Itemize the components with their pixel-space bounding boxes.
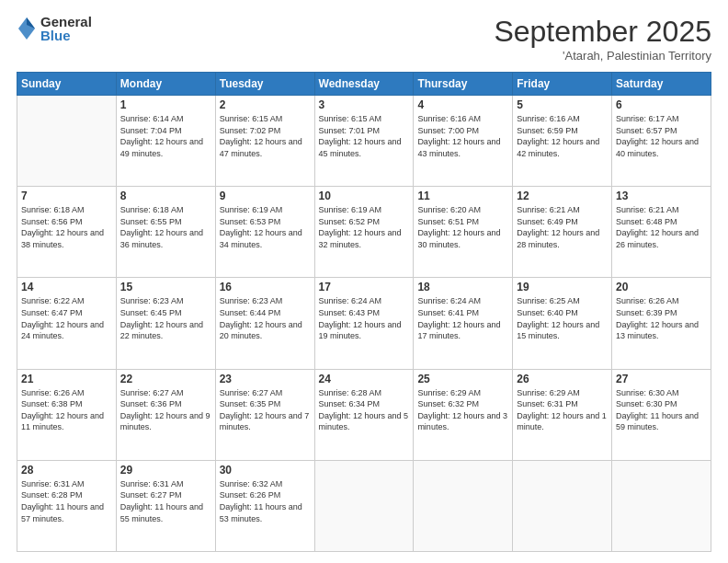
day-number: 5 <box>517 98 608 111</box>
day-info: Sunrise: 6:27 AMSunset: 6:35 PMDaylight:… <box>220 387 311 433</box>
logo-text: General Blue <box>40 15 92 42</box>
day-number: 18 <box>417 281 508 293</box>
calendar-cell: 22Sunrise: 6:27 AMSunset: 6:36 PMDayligh… <box>116 369 215 460</box>
calendar-header-row: SundayMondayTuesdayWednesdayThursdayFrid… <box>17 73 711 96</box>
day-number: 29 <box>120 464 211 477</box>
day-number: 16 <box>220 281 311 293</box>
day-info: Sunrise: 6:25 AMSunset: 6:40 PMDaylight:… <box>517 295 608 341</box>
calendar-header-monday: Monday <box>116 73 215 96</box>
logo: General Blue <box>17 15 92 42</box>
day-info: Sunrise: 6:19 AMSunset: 6:53 PMDaylight:… <box>220 204 311 250</box>
day-number: 28 <box>21 464 112 477</box>
calendar-cell: 25Sunrise: 6:29 AMSunset: 6:32 PMDayligh… <box>414 369 513 460</box>
calendar-cell: 12Sunrise: 6:21 AMSunset: 6:49 PMDayligh… <box>513 187 612 278</box>
calendar-cell: 26Sunrise: 6:29 AMSunset: 6:31 PMDayligh… <box>513 369 612 460</box>
calendar-cell: 14Sunrise: 6:22 AMSunset: 6:47 PMDayligh… <box>17 278 117 369</box>
calendar-cell: 9Sunrise: 6:19 AMSunset: 6:53 PMDaylight… <box>215 187 314 278</box>
day-number: 12 <box>517 190 608 202</box>
day-number: 22 <box>120 373 211 385</box>
calendar-header-thursday: Thursday <box>414 73 513 96</box>
day-number: 23 <box>220 373 311 385</box>
day-number: 19 <box>517 281 608 293</box>
day-info: Sunrise: 6:29 AMSunset: 6:31 PMDaylight:… <box>517 387 608 433</box>
day-number: 4 <box>417 98 508 111</box>
calendar-cell: 6Sunrise: 6:17 AMSunset: 6:57 PMDaylight… <box>612 96 711 187</box>
day-info: Sunrise: 6:23 AMSunset: 6:44 PMDaylight:… <box>220 295 311 341</box>
calendar-header-sunday: Sunday <box>17 73 117 96</box>
day-number: 17 <box>319 281 410 293</box>
day-info: Sunrise: 6:15 AMSunset: 7:02 PMDaylight:… <box>220 113 311 159</box>
calendar-cell <box>314 460 414 551</box>
day-info: Sunrise: 6:24 AMSunset: 6:43 PMDaylight:… <box>319 295 410 341</box>
calendar-cell: 1Sunrise: 6:14 AMSunset: 7:04 PMDaylight… <box>116 96 215 187</box>
day-info: Sunrise: 6:21 AMSunset: 6:48 PMDaylight:… <box>616 204 707 250</box>
calendar-cell: 15Sunrise: 6:23 AMSunset: 6:45 PMDayligh… <box>116 278 215 369</box>
calendar-cell: 16Sunrise: 6:23 AMSunset: 6:44 PMDayligh… <box>215 278 314 369</box>
calendar-cell: 27Sunrise: 6:30 AMSunset: 6:30 PMDayligh… <box>612 369 711 460</box>
day-number: 7 <box>21 190 112 202</box>
calendar-cell: 20Sunrise: 6:26 AMSunset: 6:39 PMDayligh… <box>612 278 711 369</box>
month-title: September 2025 <box>494 15 711 49</box>
day-number: 8 <box>120 190 211 202</box>
day-info: Sunrise: 6:16 AMSunset: 7:00 PMDaylight:… <box>417 113 508 159</box>
calendar-cell: 19Sunrise: 6:25 AMSunset: 6:40 PMDayligh… <box>513 278 612 369</box>
day-number: 6 <box>616 98 707 111</box>
day-info: Sunrise: 6:23 AMSunset: 6:45 PMDaylight:… <box>120 295 211 341</box>
day-number: 10 <box>319 190 410 202</box>
calendar-cell: 13Sunrise: 6:21 AMSunset: 6:48 PMDayligh… <box>612 187 711 278</box>
calendar-cell: 24Sunrise: 6:28 AMSunset: 6:34 PMDayligh… <box>314 369 414 460</box>
day-info: Sunrise: 6:19 AMSunset: 6:52 PMDaylight:… <box>319 204 410 250</box>
day-info: Sunrise: 6:26 AMSunset: 6:39 PMDaylight:… <box>616 295 707 341</box>
calendar-cell: 3Sunrise: 6:15 AMSunset: 7:01 PMDaylight… <box>314 96 414 187</box>
day-info: Sunrise: 6:31 AMSunset: 6:28 PMDaylight:… <box>21 478 112 524</box>
calendar-cell: 10Sunrise: 6:19 AMSunset: 6:52 PMDayligh… <box>314 187 414 278</box>
calendar-cell: 18Sunrise: 6:24 AMSunset: 6:41 PMDayligh… <box>414 278 513 369</box>
location: 'Atarah, Palestinian Territory <box>494 49 711 63</box>
day-info: Sunrise: 6:26 AMSunset: 6:38 PMDaylight:… <box>21 387 112 433</box>
calendar-week-row: 1Sunrise: 6:14 AMSunset: 7:04 PMDaylight… <box>17 96 711 187</box>
day-info: Sunrise: 6:14 AMSunset: 7:04 PMDaylight:… <box>120 113 211 159</box>
day-info: Sunrise: 6:18 AMSunset: 6:55 PMDaylight:… <box>120 204 211 250</box>
day-number: 30 <box>220 464 311 477</box>
calendar-week-row: 28Sunrise: 6:31 AMSunset: 6:28 PMDayligh… <box>17 460 711 551</box>
day-number: 26 <box>517 373 608 385</box>
calendar-week-row: 21Sunrise: 6:26 AMSunset: 6:38 PMDayligh… <box>17 369 711 460</box>
day-info: Sunrise: 6:16 AMSunset: 6:59 PMDaylight:… <box>517 113 608 159</box>
day-info: Sunrise: 6:21 AMSunset: 6:49 PMDaylight:… <box>517 204 608 250</box>
calendar-week-row: 14Sunrise: 6:22 AMSunset: 6:47 PMDayligh… <box>17 278 711 369</box>
day-number: 9 <box>220 190 311 202</box>
logo-blue-text: Blue <box>40 29 92 42</box>
calendar-header-saturday: Saturday <box>612 73 711 96</box>
day-info: Sunrise: 6:18 AMSunset: 6:56 PMDaylight:… <box>21 204 112 250</box>
day-number: 13 <box>616 190 707 202</box>
day-number: 25 <box>417 373 508 385</box>
day-number: 3 <box>319 98 410 111</box>
day-info: Sunrise: 6:22 AMSunset: 6:47 PMDaylight:… <box>21 295 112 341</box>
calendar-cell <box>414 460 513 551</box>
page: General Blue September 2025 'Atarah, Pal… <box>0 0 728 563</box>
day-number: 20 <box>616 281 707 293</box>
day-info: Sunrise: 6:15 AMSunset: 7:01 PMDaylight:… <box>319 113 410 159</box>
calendar-cell: 2Sunrise: 6:15 AMSunset: 7:02 PMDaylight… <box>215 96 314 187</box>
day-info: Sunrise: 6:30 AMSunset: 6:30 PMDaylight:… <box>616 387 707 433</box>
day-number: 21 <box>21 373 112 385</box>
header: General Blue September 2025 'Atarah, Pal… <box>17 15 711 63</box>
calendar-header-friday: Friday <box>513 73 612 96</box>
calendar-cell: 29Sunrise: 6:31 AMSunset: 6:27 PMDayligh… <box>116 460 215 551</box>
day-info: Sunrise: 6:27 AMSunset: 6:36 PMDaylight:… <box>120 387 211 433</box>
day-number: 14 <box>21 281 112 293</box>
day-info: Sunrise: 6:20 AMSunset: 6:51 PMDaylight:… <box>417 204 508 250</box>
calendar-table: SundayMondayTuesdayWednesdayThursdayFrid… <box>17 72 711 552</box>
day-number: 24 <box>319 373 410 385</box>
day-info: Sunrise: 6:29 AMSunset: 6:32 PMDaylight:… <box>417 387 508 433</box>
calendar-cell: 7Sunrise: 6:18 AMSunset: 6:56 PMDaylight… <box>17 187 117 278</box>
calendar-cell: 8Sunrise: 6:18 AMSunset: 6:55 PMDaylight… <box>116 187 215 278</box>
day-number: 15 <box>120 281 211 293</box>
day-info: Sunrise: 6:24 AMSunset: 6:41 PMDaylight:… <box>417 295 508 341</box>
calendar-cell: 5Sunrise: 6:16 AMSunset: 6:59 PMDaylight… <box>513 96 612 187</box>
day-info: Sunrise: 6:32 AMSunset: 6:26 PMDaylight:… <box>220 478 311 524</box>
day-info: Sunrise: 6:28 AMSunset: 6:34 PMDaylight:… <box>319 387 410 433</box>
calendar-week-row: 7Sunrise: 6:18 AMSunset: 6:56 PMDaylight… <box>17 187 711 278</box>
calendar-cell <box>513 460 612 551</box>
calendar-cell <box>17 96 117 187</box>
